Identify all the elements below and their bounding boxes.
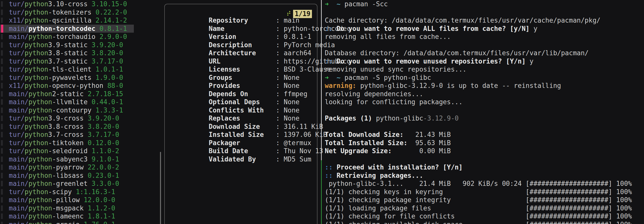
package-name: 3.10-cross — [48, 0, 88, 8]
row-pointer-icon — [0, 188, 9, 196]
field-label: Conflicts With — [209, 106, 276, 115]
field-label: Download Size — [209, 123, 276, 131]
double-colon-prefix: :: — [325, 25, 337, 32]
field-label: Depends On — [209, 90, 276, 98]
package-row[interactable]: main/python-grpcio1.76.0-1 — [0, 220, 134, 224]
package-row[interactable]: main/python2-static2.7.18-15 — [0, 90, 134, 98]
row-pointer-icon — [0, 82, 9, 90]
package-row[interactable]: tur/python3.7-cross3.7.17-0 — [0, 131, 134, 139]
package-row[interactable]: tur/python-scipy1:1.16.3-1 — [0, 188, 134, 196]
package-row[interactable]: tur/python3.9-cross3.9.20-0 — [0, 114, 134, 123]
package-row[interactable]: tur/python-tokenizers0.22.2-0 — [0, 8, 134, 17]
terminal-line — [325, 106, 644, 115]
field-label: Architecture — [209, 49, 276, 57]
field-value: main — [284, 17, 300, 24]
package-row[interactable]: tur/python-pywavelets1.9.0-0 — [0, 74, 134, 82]
package-repo: tur/ — [9, 131, 25, 139]
row-pointer-icon — [0, 196, 9, 204]
package-repo: main/ — [9, 180, 28, 188]
package-version: 0.8.1-1 — [99, 25, 127, 33]
package-info-fields: Repository: main Name: python-torchcodec… — [169, 8, 316, 155]
package-version-dim: -3.12.9-0 — [423, 115, 459, 122]
field-label: Groups — [209, 74, 276, 82]
row-pointer-icon — [0, 147, 9, 155]
package-name-match: python — [25, 65, 48, 74]
total-download-line: Total Download Size: 21.43 MiB — [325, 131, 644, 139]
package-name: -opencv-python — [48, 82, 103, 90]
progress-line: (1/1) checking keys in keyring [########… — [325, 188, 644, 196]
package-name-match: python — [28, 163, 52, 172]
row-pointer-icon — [0, 106, 9, 115]
package-repo: tur/ — [9, 147, 25, 155]
package-name-match: python — [28, 90, 52, 98]
field-label: Version — [209, 33, 276, 41]
package-version: 3.3.0-0 — [92, 180, 119, 188]
package-name: -scipy — [48, 188, 72, 196]
package-name-match: python — [25, 82, 48, 90]
package-row[interactable]: x11/python-qscintilla2.14.1-2 — [0, 16, 134, 25]
package-row[interactable]: tur/python3.9-static3.9.20-0 — [0, 41, 134, 49]
field-label: Replaces — [209, 114, 276, 123]
package-row[interactable]: main/python-llvmlite0.44.0-1 — [0, 98, 134, 106]
package-row[interactable]: tur/python3.7-static3.7.17-0 — [0, 57, 134, 66]
package-name: -seledroid — [48, 147, 88, 155]
package-version: 88-0 — [107, 82, 123, 90]
package-row[interactable]: main/python-pillow12.0.0-0 — [0, 196, 134, 204]
list-scrollbar[interactable] — [160, 152, 161, 224]
package-row[interactable]: main/python-torchcodec0.8.1-1 — [0, 25, 134, 33]
package-repo: main/ — [9, 163, 28, 172]
package-repo: tur/ — [9, 8, 25, 17]
package-row[interactable]: tur/python-tiktoken0.12.0-0 — [0, 139, 134, 147]
package-row[interactable]: main/python-msgpack1.1.2-0 — [0, 204, 134, 212]
package-row[interactable]: tur/python-tls-client1.0.1-1 — [0, 65, 134, 74]
package-name: 3.8-static — [48, 49, 88, 57]
package-name-match: python — [25, 147, 48, 155]
package-row[interactable]: main/python-libsass0.23.0-1 — [0, 172, 134, 180]
row-pointer-icon — [0, 0, 9, 8]
package-row[interactable]: main/python-sabyenc39.1.0-1 — [0, 155, 134, 163]
package-repo: main/ — [9, 212, 28, 220]
command-text: pacman -S python-glibc — [344, 74, 431, 81]
field-label: Repository — [209, 16, 276, 25]
package-row[interactable]: main/python-lameenc1.8.1-1 — [0, 212, 134, 220]
shell-prompt-line: ➜ ~ pacman -S python-glibc — [325, 74, 644, 82]
field-label: Description — [209, 41, 276, 49]
package-row[interactable]: main/python-greenlet3.3.0-0 — [0, 180, 134, 188]
package-name-match: python — [25, 41, 48, 49]
row-pointer-icon — [0, 57, 9, 66]
package-version: 3.7.17-0 — [92, 57, 123, 66]
package-name: -qscintilla — [48, 16, 92, 25]
field-label: Installed Size — [209, 131, 276, 139]
terminal-screen: tur/python3.10-cross3.10.15-0 tur/python… — [0, 0, 644, 224]
field-value: None — [284, 106, 300, 114]
package-version: 0.23.0-1 — [88, 172, 119, 180]
row-pointer-icon — [0, 49, 9, 57]
package-name: -contourpy — [52, 106, 92, 115]
row-pointer-icon — [0, 65, 9, 74]
package-row[interactable]: main/python-pyarrow22.0.0-2 — [0, 163, 134, 172]
package-name-match: python — [28, 106, 52, 115]
terminal-line: :: Retrieving packages... — [325, 172, 644, 180]
warning-line: warning: python-glibc-3.12.9-0 is up to … — [325, 82, 644, 90]
package-row[interactable]: tur/python-seledroid1.1.0-2 — [0, 147, 134, 155]
package-row[interactable]: main/python-torchaudio2.9.0-0 — [0, 33, 134, 41]
package-list: tur/python3.10-cross3.10.15-0 tur/python… — [0, 0, 134, 224]
package-row[interactable]: tur/python3.10-cross3.10.15-0 — [0, 0, 134, 8]
package-version: 1.8.1-1 — [88, 212, 115, 220]
package-row[interactable]: x11/python-opencv-python88-0 — [0, 82, 134, 90]
progress-line: (1/1) loading package files [###########… — [325, 204, 644, 212]
field-value: Thu Nov 13 — [284, 147, 323, 155]
package-row[interactable]: tur/python3.8-cross3.8.20-0 — [0, 123, 134, 131]
package-name-match: python — [25, 74, 48, 82]
package-name: -lameenc — [52, 212, 84, 220]
package-version: 1.3.3-1 — [96, 106, 123, 115]
pane-divider-bottom — [321, 160, 322, 224]
prompt-path: ~ — [329, 74, 345, 81]
warning-label: warning: — [325, 82, 356, 89]
field-value: ffmpeg — [284, 90, 307, 98]
preview-window: ⠞ 1/19 Repository: main Name: python-tor… — [164, 4, 317, 224]
pane-divider[interactable] — [321, 0, 322, 224]
prompt-arrow-icon: ➜ — [325, 74, 329, 81]
package-row[interactable]: main/python-contourpy1.3.3-1 — [0, 106, 134, 115]
package-row[interactable]: tur/python3.8-static3.8.20-0 — [0, 49, 134, 57]
